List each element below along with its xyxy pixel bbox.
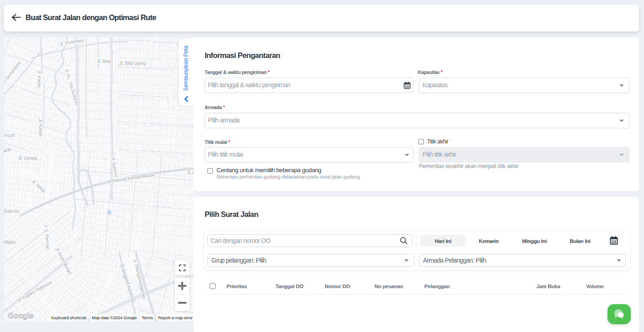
svg-text:Mada: Mada — [4, 240, 16, 245]
svg-text:Jl. Karya: Jl. Karya — [38, 119, 43, 136]
svg-text:Jl. Bilal Ujung: Jl. Bilal Ujung — [119, 61, 146, 66]
svg-text:it Subroto: it Subroto — [4, 209, 19, 214]
svg-text:Jl. Gereja: Jl. Gereja — [18, 156, 37, 161]
svg-text:Jl. Karya: Jl. Karya — [37, 70, 42, 88]
svg-text:Jl. Bilal: Jl. Bilal — [97, 59, 111, 64]
svg-text:mzah: mzah — [4, 133, 15, 138]
svg-text:Jl.-P: Jl.-P — [187, 170, 194, 175]
